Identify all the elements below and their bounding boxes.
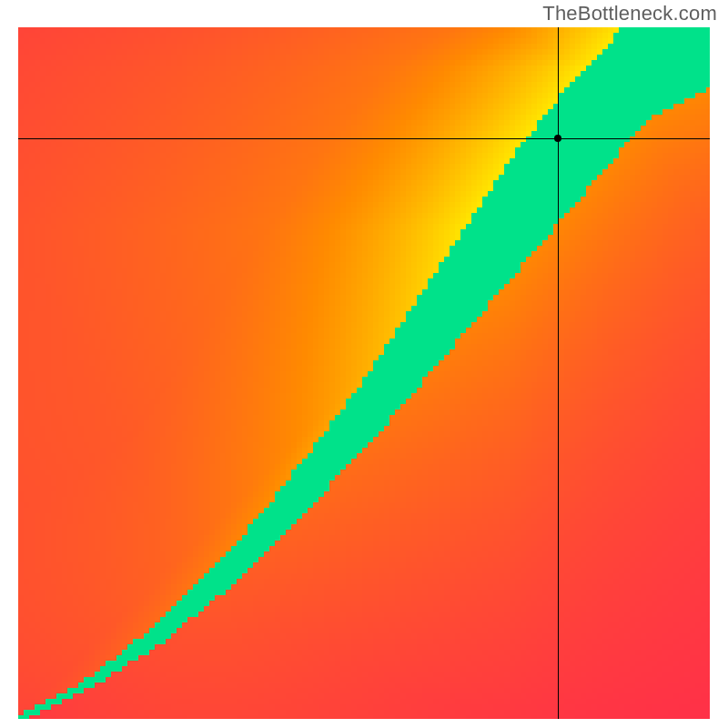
heatmap-plot — [18, 27, 710, 719]
chart-container: TheBottleneck.com — [0, 0, 728, 728]
selection-marker — [554, 135, 561, 142]
heatmap-canvas — [18, 27, 710, 719]
crosshair-vertical — [558, 27, 559, 719]
crosshair-horizontal — [18, 138, 710, 139]
watermark-text: TheBottleneck.com — [542, 2, 717, 25]
